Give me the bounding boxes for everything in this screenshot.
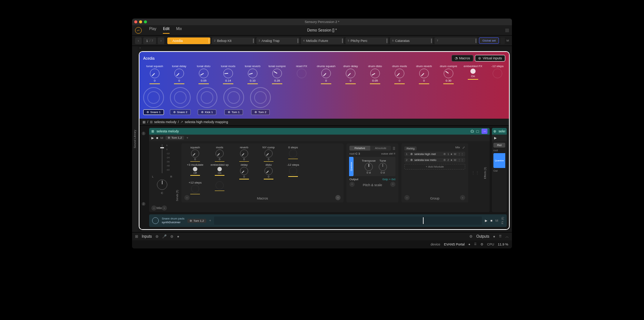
macro-toggle[interactable]: [470, 69, 476, 74]
pan-knob[interactable]: [157, 179, 167, 190]
transpose-knob[interactable]: [365, 163, 373, 171]
mute-indicator[interactable]: M: [506, 39, 509, 42]
power-icon[interactable]: ⏻: [470, 129, 474, 133]
set-tab-2[interactable]: 2Bebop Kit: [212, 37, 255, 44]
macros-add-button[interactable]: +: [335, 195, 341, 200]
collapse-icon[interactable]: ›: [137, 46, 512, 50]
stop-icon[interactable]: ■: [490, 219, 492, 222]
mode-absolute[interactable]: Absolute: [370, 146, 391, 151]
macros-prev-button[interactable]: ‹: [184, 195, 190, 200]
macro-knob-empty[interactable]: [216, 181, 224, 189]
eq-icon[interactable]: ⠿: [499, 234, 502, 238]
macro-knob[interactable]: [248, 69, 257, 78]
macro-knob[interactable]: [444, 69, 453, 78]
group-item[interactable]: 1⊚selesta high mel⊚1●M⋮⋮: [404, 152, 465, 156]
macro-knob[interactable]: [272, 69, 282, 78]
macro-knob[interactable]: [321, 69, 331, 78]
macro-knob[interactable]: [240, 167, 248, 175]
virtual-inputs-toggle-button[interactable]: ⊚Virtual inputs: [475, 55, 505, 62]
macro-knob-empty[interactable]: [191, 185, 199, 193]
group-item[interactable]: 2⊚selesta low melo⊚2●M⋮⋮: [404, 158, 465, 162]
pad-icon[interactable]: [223, 87, 244, 108]
page-indicator[interactable]: 1 / 7: [143, 37, 156, 44]
expand-icon[interactable]: ▢: [476, 129, 479, 133]
macro-knob[interactable]: [346, 69, 355, 78]
input-assign-chip[interactable]: ⊚Tom 1,2: [165, 136, 184, 140]
macro-knob[interactable]: [264, 167, 273, 175]
macro-toggle[interactable]: [193, 167, 197, 171]
grid-icon[interactable]: ▦: [142, 120, 146, 124]
outputs-label[interactable]: Outputs: [476, 234, 489, 238]
keyboard-icon[interactable]: ⠿: [392, 146, 395, 151]
stop-button-icon[interactable]: [505, 29, 509, 32]
tab-edit[interactable]: Edit: [163, 27, 169, 34]
virtual-input-chip[interactable]: ⊚Kick 1: [198, 109, 216, 115]
macro-knob[interactable]: [419, 69, 429, 78]
macros-toggle-button[interactable]: ◔Macros: [451, 55, 474, 62]
global-set-button[interactable]: Global set: [479, 37, 499, 44]
set-title[interactable]: Acedia: [143, 56, 155, 60]
quantize-tag[interactable]: Quantize: [349, 157, 354, 176]
lane-2-assign-chip[interactable]: ⊚Tom 1,2: [187, 219, 206, 223]
macro-knob-empty[interactable]: [289, 167, 297, 175]
pitch-prev-button[interactable]: ‹: [349, 182, 355, 187]
mix-next-button[interactable]: ›: [162, 205, 167, 211]
set-tab-6[interactable]: 6Cataratas: [390, 37, 433, 44]
pad-icon[interactable]: [197, 87, 217, 108]
next-page-button[interactable]: ›: [158, 37, 164, 44]
close-icon[interactable]: [134, 20, 137, 23]
sound-library-handle[interactable]: Sound Library: [132, 46, 137, 232]
macro-knob[interactable]: [216, 149, 224, 158]
lane-selector-1[interactable]: 1: [142, 132, 145, 135]
prev-page-button[interactable]: ‹: [135, 37, 142, 44]
sends-label[interactable]: Sends (5): [176, 143, 178, 203]
drum-icon[interactable]: ⊚: [155, 234, 158, 238]
macro-knob[interactable]: [370, 69, 380, 78]
macro-knob[interactable]: [223, 69, 233, 78]
session-name[interactable]: Demo Session [] *: [307, 28, 337, 32]
virtual-input-chip[interactable]: ⊚Tom 1: [224, 109, 243, 115]
device-name[interactable]: EVANS Portal: [444, 243, 465, 246]
routing-icon[interactable]: ⊞: [135, 234, 138, 238]
virtual-input-chip[interactable]: ⊚Snare 2: [170, 109, 191, 115]
macro-knob[interactable]: [199, 69, 208, 78]
pad-icon[interactable]: [143, 87, 164, 108]
play-icon[interactable]: ▶: [494, 136, 497, 140]
retrig-button[interactable]: Retrig: [404, 146, 417, 151]
tab-mix[interactable]: Mix: [176, 27, 182, 34]
input-3-icon[interactable]: ⊚: [170, 234, 173, 238]
macro-knob[interactable]: [150, 69, 160, 78]
virtual-input-chip[interactable]: ⊚Tom 2: [251, 109, 270, 115]
lane-2-strip[interactable]: Snare drum pads synthDulcimer ⊚Tom 1,2 +…: [149, 214, 507, 227]
midi-icon[interactable]: ⠿: [474, 243, 477, 246]
macro-knob[interactable]: [174, 69, 184, 78]
mix-prev-button[interactable]: ‹: [151, 205, 157, 211]
dot-icon[interactable]: ●: [177, 234, 179, 238]
set-tab-7[interactable]: 7: [434, 37, 477, 44]
lane-2-fx-label[interactable]: FX (6): [501, 217, 504, 224]
play-icon[interactable]: ▶: [151, 136, 154, 140]
module-strip-peek[interactable]: ⊚seles ▶ Rel root Quantize Out: [492, 128, 507, 212]
expand-group-icon[interactable]: ⤢: [462, 146, 465, 149]
mute-toggle[interactable]: M: [496, 219, 499, 222]
sliders-icon[interactable]: ⚙: [469, 234, 473, 238]
set-tab-4[interactable]: 4Melodic Future: [301, 37, 344, 44]
add-assign-button[interactable]: +: [209, 219, 211, 222]
mute-toggle[interactable]: M: [160, 136, 163, 140]
set-tab-1[interactable]: 1Acedia: [167, 37, 210, 44]
set-tab-5[interactable]: 5Pitchy Perc: [345, 37, 388, 44]
mode-relative[interactable]: Relative: [349, 146, 370, 151]
macro-knob-empty[interactable]: [289, 149, 297, 158]
macro-knob-empty[interactable]: [297, 69, 306, 78]
virtual-input-chip[interactable]: ⊚Snare 1: [143, 109, 164, 115]
macro-knob[interactable]: [395, 69, 404, 78]
drag-handle-icon[interactable]: ⋮⋮: [471, 171, 479, 175]
focus-arrow-button[interactable]: →: [482, 129, 487, 134]
play-icon[interactable]: ▶: [485, 219, 487, 222]
zoom-icon[interactable]: [144, 20, 147, 23]
minimize-icon[interactable]: [139, 20, 142, 23]
add-module-button[interactable]: + Add Module: [404, 164, 465, 169]
velocity-timeline[interactable]: [214, 217, 482, 225]
group-next-button[interactable]: ›: [460, 195, 465, 200]
group-prev-button[interactable]: ‹: [404, 195, 410, 200]
